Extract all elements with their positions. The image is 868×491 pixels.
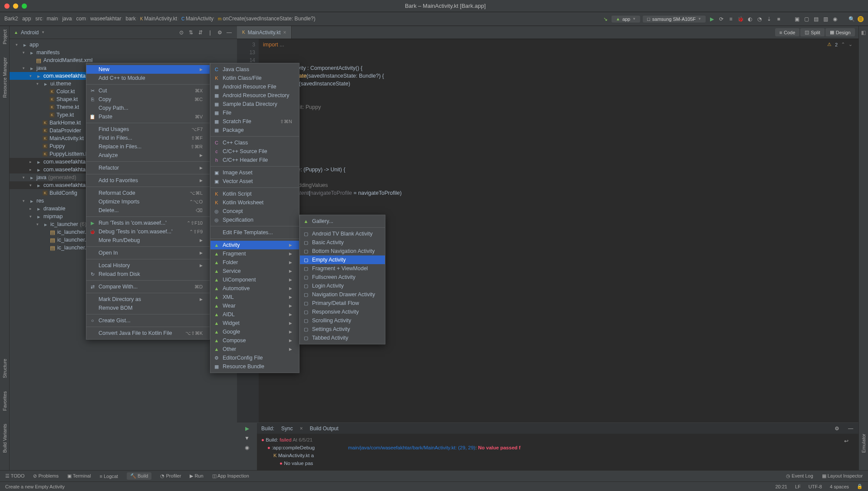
collapse-icon[interactable]: ⇵ bbox=[197, 29, 204, 36]
bottom-build[interactable]: 🔨 Build bbox=[127, 472, 152, 480]
stop-icon[interactable]: ■ bbox=[775, 16, 782, 23]
menu-item[interactable]: ▲Gallery... bbox=[300, 217, 385, 226]
scroll-to-icon[interactable]: ⊙ bbox=[178, 29, 185, 36]
menu-item[interactable]: Edit File Templates... bbox=[210, 228, 299, 237]
build-row[interactable]: ● No value pas bbox=[261, 459, 339, 467]
menu-item[interactable]: ▲Other▶ bbox=[210, 345, 299, 354]
status-indent[interactable]: 4 spaces bbox=[830, 484, 849, 489]
project-view-selector[interactable]: Android bbox=[21, 29, 39, 36]
bottom-profiler[interactable]: ◔ Profiler bbox=[160, 473, 181, 479]
breadcrumb-item[interactable]: java bbox=[62, 16, 72, 22]
rail-favorites[interactable]: Favorites bbox=[2, 391, 7, 411]
breadcrumb-item[interactable]: C MainActivity bbox=[181, 16, 214, 22]
menu-item[interactable]: ▢Fragment + ViewModel bbox=[300, 264, 385, 273]
attach-debugger-icon[interactable]: ⇣ bbox=[766, 16, 773, 23]
coverage-icon[interactable]: ◐ bbox=[746, 16, 753, 23]
soft-wrap-icon[interactable]: ↩ bbox=[843, 438, 850, 445]
menu-item[interactable]: ▢Tabbed Activity bbox=[300, 334, 385, 342]
close-window-icon[interactable] bbox=[4, 3, 10, 9]
breadcrumb-item[interactable]: src bbox=[35, 16, 42, 22]
minimize-window-icon[interactable] bbox=[13, 3, 18, 9]
menu-item[interactable]: Add to Favorites▶ bbox=[86, 176, 210, 185]
build-rerun-icon[interactable]: ▶ bbox=[245, 426, 249, 432]
menu-item[interactable]: More Run/Debug▶ bbox=[86, 236, 210, 245]
menu-item[interactable]: Refactor▶ bbox=[86, 164, 210, 172]
menu-item[interactable]: ⚙EditorConfig File bbox=[210, 354, 299, 362]
view-code[interactable]: ≡Code bbox=[775, 28, 800, 36]
breadcrumb-item[interactable]: app bbox=[22, 16, 31, 22]
build-tab-output[interactable]: Build Output bbox=[310, 426, 339, 432]
menu-item[interactable]: Analyze▶ bbox=[86, 151, 210, 160]
menu-item[interactable]: ▲Fragment▶ bbox=[210, 249, 299, 258]
menu-item[interactable]: ▦Scratch File⇧⌘N bbox=[210, 117, 299, 126]
apply-code-icon[interactable]: ≡ bbox=[727, 16, 734, 23]
menu-item[interactable]: New▶ bbox=[86, 65, 210, 74]
menu-item[interactable]: CC++ Class bbox=[210, 138, 299, 147]
menu-item[interactable]: ▲Widget▶ bbox=[210, 319, 299, 327]
menu-item[interactable]: ○Create Gist... bbox=[86, 316, 210, 325]
menu-item[interactable]: Replace in Files...⇧⌘R bbox=[86, 142, 210, 151]
build-row[interactable]: ● Build: failed At 6/5/21 bbox=[261, 436, 339, 444]
bottom-logcat[interactable]: ≡ Logcat bbox=[99, 474, 118, 479]
menu-item[interactable]: Local History▶ bbox=[86, 261, 210, 270]
menu-item[interactable]: ▣Image Asset bbox=[210, 168, 299, 177]
rail-resource-manager[interactable]: Resource Manager bbox=[2, 57, 7, 98]
error-file-path[interactable]: main/java/com/waseefakhtar/bark/MainActi… bbox=[348, 445, 475, 450]
bottom-terminal[interactable]: ▣ Terminal bbox=[67, 473, 91, 479]
bottom-problems[interactable]: ⊘ Problems bbox=[33, 473, 59, 479]
gear-icon[interactable]: ⚙ bbox=[216, 29, 223, 36]
menu-item[interactable]: ▢Basic Activity bbox=[300, 238, 385, 247]
menu-item[interactable]: ▢Login Activity bbox=[300, 282, 385, 290]
bottom-todo[interactable]: ☰ TODO bbox=[5, 473, 24, 479]
breadcrumb-item[interactable]: K MainActivity.kt bbox=[140, 16, 177, 22]
menu-item[interactable]: Remove BOM bbox=[86, 304, 210, 312]
apply-changes-icon[interactable]: ⟳ bbox=[718, 16, 725, 23]
tree-row[interactable]: ▾▸manifests bbox=[10, 49, 237, 56]
inspection-indicator[interactable]: ⚠ 2 ⌃⌄ bbox=[827, 42, 852, 47]
expand-all-icon[interactable]: ⇅ bbox=[187, 29, 194, 36]
menu-item[interactable]: ▦Sample Data Directory bbox=[210, 100, 299, 108]
menu-item[interactable]: Delete...⌫ bbox=[86, 206, 210, 215]
menu-item[interactable]: ▢Empty Activity bbox=[300, 255, 385, 264]
menu-item[interactable]: ▢Responsive Activity bbox=[300, 308, 385, 316]
menu-item[interactable]: ▲Automotive▶ bbox=[210, 284, 299, 293]
menu-item[interactable]: ▲Wear▶ bbox=[210, 301, 299, 310]
menu-item[interactable]: ▦File bbox=[210, 108, 299, 117]
run-icon[interactable]: ▶ bbox=[708, 16, 715, 23]
menu-item[interactable]: Find Usages⌥F7 bbox=[86, 125, 210, 134]
menu-item[interactable]: ▢Bottom Navigation Activity bbox=[300, 247, 385, 255]
build-filter-icon[interactable]: ▼ bbox=[244, 435, 250, 441]
menu-item[interactable]: ▲UiComponent▶ bbox=[210, 275, 299, 284]
resource-icon[interactable]: ▤ bbox=[812, 16, 819, 23]
breadcrumb-item[interactable]: waseefakhtar bbox=[90, 16, 121, 22]
status-caret[interactable]: 20:21 bbox=[775, 484, 787, 489]
rail-project[interactable]: Project bbox=[2, 29, 7, 44]
menu-item[interactable]: ◎Concept bbox=[210, 207, 299, 216]
menu-item[interactable]: 📋Paste⌘V bbox=[86, 112, 210, 121]
menu-item[interactable]: ↻Reload from Disk bbox=[86, 270, 210, 278]
build-settings-icon[interactable]: ⚙ bbox=[833, 425, 840, 432]
menu-item[interactable]: ▦Android Resource Directory bbox=[210, 91, 299, 100]
debug-icon[interactable]: 🐞 bbox=[737, 16, 744, 23]
menu-item[interactable]: Optimize Imports⌃⌥O bbox=[86, 197, 210, 206]
build-tab-sync[interactable]: Sync bbox=[281, 426, 293, 432]
menu-item[interactable]: ⎘Copy⌘C bbox=[86, 95, 210, 104]
build-row[interactable]: ● :app:compileDebug bbox=[261, 444, 339, 452]
bottom-app-inspection[interactable]: ◫ App Inspection bbox=[212, 473, 249, 479]
menu-item[interactable]: ▢Fullscreen Activity bbox=[300, 273, 385, 282]
view-design[interactable]: ▦Design bbox=[825, 28, 855, 36]
build-eye-icon[interactable]: ◉ bbox=[245, 445, 249, 451]
settings-ide-icon[interactable]: ☰ bbox=[858, 16, 864, 22]
menu-item[interactable]: ✂Cut⌘X bbox=[86, 86, 210, 95]
menu-item[interactable]: cC/C++ Source File bbox=[210, 147, 299, 156]
bottom-run[interactable]: ▶ Run bbox=[190, 473, 203, 479]
rail-structure[interactable]: Structure bbox=[2, 359, 7, 378]
tree-row[interactable]: ▾▸app bbox=[10, 41, 237, 49]
device-manager-icon[interactable]: ▥ bbox=[822, 16, 829, 23]
menu-item[interactable]: ▲Activity▶ bbox=[210, 241, 299, 249]
menu-item[interactable]: ▦Android Resource File bbox=[210, 82, 299, 91]
menu-item[interactable]: hC/C++ Header File bbox=[210, 156, 299, 164]
menu-item[interactable]: Mark Directory as▶ bbox=[86, 295, 210, 304]
menu-item[interactable]: ▲Google▶ bbox=[210, 327, 299, 336]
sync-icon[interactable]: ◉ bbox=[832, 16, 838, 23]
